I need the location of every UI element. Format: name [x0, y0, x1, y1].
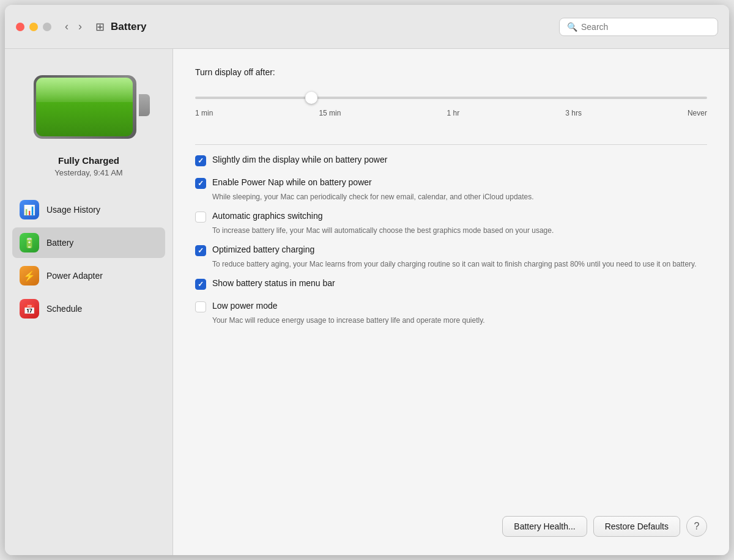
nav-arrows: ‹ › [61, 18, 86, 35]
checkbox-show-status: Show battery status in menu bar [195, 278, 707, 292]
optimized-charging-label: Optimized battery charging [212, 245, 314, 254]
forward-button[interactable]: › [75, 18, 86, 35]
display-off-slider[interactable] [195, 97, 707, 99]
checkbox-power-nap: Enable Power Nap while on battery power … [195, 177, 707, 202]
help-button[interactable]: ? [686, 516, 707, 537]
power-adapter-icon: ⚡ [20, 266, 39, 286]
power-nap-checkbox[interactable] [195, 178, 206, 189]
bottom-buttons: Battery Health... Restore Defaults ? [195, 498, 707, 537]
low-power-desc: Your Mac will reduce energy usage to inc… [212, 315, 707, 326]
sidebar-item-battery[interactable]: 🔋 Battery [12, 227, 165, 258]
auto-graphics-label: Automatic graphics switching [212, 211, 323, 221]
show-status-label: Show battery status in menu bar [212, 278, 335, 288]
sidebar-item-usage-history[interactable]: 📊 Usage History [12, 194, 165, 225]
power-adapter-label: Power Adapter [46, 271, 103, 281]
main-content: Fully Charged Yesterday, 9:41 AM 📊 Usage… [5, 49, 729, 555]
dim-display-checkbox[interactable] [195, 155, 206, 166]
divider-1 [195, 144, 707, 145]
checkbox-dim-display: Slightly dim the display while on batter… [195, 155, 707, 169]
slider-tick-labels: 1 min 15 min 1 hr 3 hrs Never [195, 109, 707, 117]
optimized-charging-desc: To reduce battery aging, your Mac learns… [212, 259, 707, 270]
traffic-lights [16, 23, 51, 31]
main-window: ‹ › ⊞ Battery 🔍 Fully Charged [5, 5, 729, 555]
battery-nav-icon: 🔋 [20, 233, 39, 252]
battery-status-title: Fully Charged [54, 155, 122, 166]
titlebar: ‹ › ⊞ Battery 🔍 [5, 5, 729, 49]
tick-3hrs: 3 hrs [565, 109, 582, 117]
power-nap-label: Enable Power Nap while on battery power [212, 177, 372, 187]
close-button[interactable] [16, 23, 24, 31]
usage-history-icon: 📊 [20, 200, 39, 219]
sidebar-item-schedule[interactable]: 📅 Schedule [12, 293, 165, 324]
auto-graphics-desc: To increase battery life, your Mac will … [212, 225, 707, 236]
search-input[interactable] [581, 22, 710, 32]
auto-graphics-checkbox[interactable] [195, 212, 206, 223]
low-power-checkbox[interactable] [195, 301, 206, 312]
tick-1min: 1 min [195, 109, 213, 117]
search-bar: 🔍 [559, 18, 718, 36]
restore-defaults-button[interactable]: Restore Defaults [593, 516, 680, 537]
optimized-charging-checkbox[interactable] [195, 245, 206, 256]
sidebar-item-power-adapter[interactable]: ⚡ Power Adapter [12, 260, 165, 291]
checkbox-auto-graphics: Automatic graphics switching To increase… [195, 211, 707, 236]
battery-status-text: Fully Charged Yesterday, 9:41 AM [54, 155, 122, 177]
maximize-button[interactable] [43, 23, 51, 31]
battery-label: Battery [46, 238, 73, 248]
window-title: Battery [111, 21, 559, 33]
battery-health-button[interactable]: Battery Health... [502, 516, 587, 537]
schedule-label: Schedule [46, 304, 82, 314]
battery-body [34, 75, 136, 139]
battery-icon-container [34, 73, 144, 141]
tick-15min: 15 min [319, 109, 341, 117]
search-icon: 🔍 [567, 22, 577, 32]
grid-icon[interactable]: ⊞ [95, 20, 105, 34]
show-status-checkbox[interactable] [195, 279, 206, 290]
battery-shine [36, 78, 133, 102]
battery-tip [139, 94, 150, 116]
back-button[interactable]: ‹ [61, 18, 72, 35]
sidebar-items: 📊 Usage History 🔋 Battery ⚡ Power Adapte… [5, 194, 172, 326]
schedule-icon: 📅 [20, 299, 39, 319]
sidebar: Fully Charged Yesterday, 9:41 AM 📊 Usage… [5, 49, 173, 555]
slider-label: Turn display off after: [195, 67, 707, 77]
battery-visual [34, 73, 144, 141]
dim-display-label: Slightly dim the display while on batter… [212, 155, 387, 164]
tick-1hr: 1 hr [447, 109, 459, 117]
battery-timestamp: Yesterday, 9:41 AM [54, 168, 122, 177]
right-panel: Turn display off after: 1 min 15 min 1 h… [173, 49, 729, 555]
low-power-label: Low power mode [212, 301, 278, 311]
slider-section: Turn display off after: 1 min 15 min 1 h… [195, 67, 707, 117]
power-nap-desc: While sleeping, your Mac can periodicall… [212, 191, 707, 202]
checkbox-low-power: Low power mode Your Mac will reduce ener… [195, 301, 707, 326]
minimize-button[interactable] [29, 23, 38, 31]
usage-history-label: Usage History [46, 205, 100, 215]
checkbox-optimized-charging: Optimized battery charging To reduce bat… [195, 245, 707, 270]
tick-never: Never [688, 109, 707, 117]
